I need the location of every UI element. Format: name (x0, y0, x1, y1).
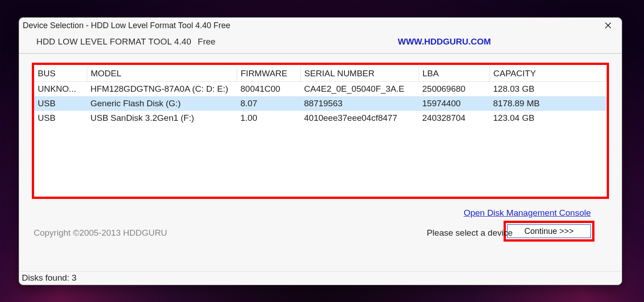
col-header-serial[interactable]: SERIAL NUMBER (300, 66, 419, 82)
device-table-highlight: BUS MODEL FIRMWARE SERIAL NUMBER LBA CAP… (32, 63, 609, 199)
col-header-model[interactable]: MODEL (87, 66, 237, 82)
cell-bus: UNKNO... (34, 82, 87, 97)
cell-bus: USB (34, 96, 87, 111)
col-header-bus[interactable]: BUS (34, 66, 87, 82)
cell-capacity: 8178.89 MB (489, 96, 607, 111)
cell-bus: USB (34, 111, 87, 125)
cell-model: Generic Flash Disk (G:) (87, 96, 237, 111)
col-header-lba[interactable]: LBA (419, 66, 489, 82)
copyright-text: Copyright ©2005-2013 HDDGURU (34, 228, 167, 238)
cell-serial: CA4E2_0E_05040F_3A.E (300, 82, 419, 97)
header: HDD LOW LEVEL FORMAT TOOL 4.40 Free WWW.… (19, 33, 622, 54)
cell-model: USB SanDisk 3.2Gen1 (F:) (87, 111, 237, 125)
license-tag: Free (198, 37, 215, 47)
app-name: HDD LOW LEVEL FORMAT TOOL 4.40 (36, 37, 191, 47)
cell-capacity: 123.04 GB (489, 111, 607, 125)
table-row[interactable]: USBGeneric Flash Disk (G:)8.078871956315… (34, 96, 607, 111)
footer-row: Copyright ©2005-2013 HDDGURU Please sele… (34, 228, 594, 238)
cell-firmware: 1.00 (237, 111, 300, 125)
cell-serial: 4010eee37eee04cf8477 (300, 111, 419, 125)
cell-lba: 15974400 (419, 96, 489, 111)
close-button[interactable] (599, 19, 617, 32)
select-device-message: Please select a device (427, 228, 513, 238)
device-table[interactable]: BUS MODEL FIRMWARE SERIAL NUMBER LBA CAP… (34, 66, 607, 125)
col-header-firmware[interactable]: FIRMWARE (237, 66, 300, 82)
table-row[interactable]: UNKNO...HFM128GDGTNG-87A0A (C: D: E:)800… (34, 82, 607, 97)
cell-model: HFM128GDGTNG-87A0A (C: D: E:) (87, 82, 237, 97)
disks-found-status: Disks found: 3 (22, 273, 76, 282)
status-bar: Disks found: 3 (19, 271, 622, 285)
cell-firmware: 80041C00 (237, 82, 300, 97)
content-area: BUS MODEL FIRMWARE SERIAL NUMBER LBA CAP… (19, 54, 622, 271)
cell-firmware: 8.07 (237, 96, 300, 111)
window-title: Device Selection - HDD Low Level Format … (23, 21, 230, 30)
cell-lba: 240328704 (419, 111, 489, 125)
open-disk-management-link[interactable]: Open Disk Management Console (464, 208, 591, 218)
cell-capacity: 128.03 GB (489, 82, 607, 97)
device-selection-window: Device Selection - HDD Low Level Format … (19, 17, 622, 285)
table-header-row: BUS MODEL FIRMWARE SERIAL NUMBER LBA CAP… (34, 66, 607, 82)
vendor-url[interactable]: WWW.HDDGURU.COM (398, 37, 491, 47)
table-row[interactable]: USBUSB SanDisk 3.2Gen1 (F:)1.004010eee37… (34, 111, 607, 125)
col-header-capacity[interactable]: CAPACITY (489, 66, 607, 82)
close-icon (605, 22, 611, 29)
cell-serial: 88719563 (300, 96, 419, 111)
titlebar: Device Selection - HDD Low Level Format … (19, 18, 622, 33)
cell-lba: 250069680 (419, 82, 489, 97)
